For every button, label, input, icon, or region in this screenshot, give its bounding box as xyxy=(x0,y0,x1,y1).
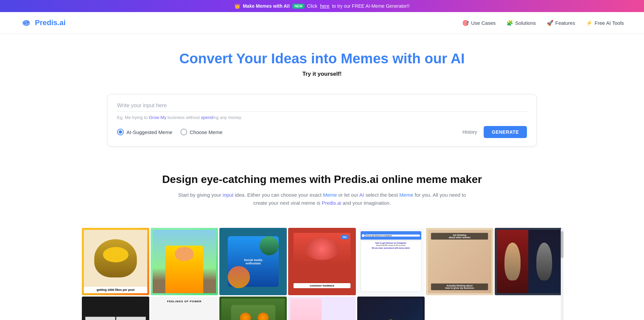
meme-item[interactable] xyxy=(219,297,287,320)
hint-highlight-3: spend xyxy=(201,115,213,120)
desc-highlight-input: input xyxy=(223,192,234,198)
meme-item[interactable]: how to get famous on instagram how to ge… xyxy=(357,228,425,295)
desc-highlight-predis: Predis.ai xyxy=(322,200,341,206)
input-right-actions: History GENERATE xyxy=(463,126,527,138)
scrollbar-track[interactable] xyxy=(561,228,564,320)
new-badge: NEW xyxy=(292,4,304,9)
meme-item[interactable]: bet thinkingabout other women Actually t… xyxy=(426,228,493,295)
history-link[interactable]: History xyxy=(463,129,477,135)
banner-emoji: 👑 xyxy=(234,3,240,9)
banner-cta-link[interactable]: here xyxy=(320,3,329,9)
radio-ai-suggested-label: AI-Suggested Meme xyxy=(126,129,172,135)
hint-highlight-1: Grow xyxy=(149,115,159,120)
meme-item[interactable]: getting 1000 likes per post xyxy=(82,228,149,295)
desc-highlight-ai: AI xyxy=(359,192,364,198)
nav-features[interactable]: 🚀 Features xyxy=(547,20,575,26)
meme-item[interactable]: 🤓 IS THIS INSTAGRAMMARKETING? BUSINESS xyxy=(357,297,425,320)
nav-solutions[interactable]: 🧩 Solutions xyxy=(506,20,536,26)
meme-item[interactable] xyxy=(151,228,218,295)
use-cases-icon: 🎯 xyxy=(462,20,469,26)
nav-features-label: Features xyxy=(555,20,575,26)
logo-icon xyxy=(20,17,32,29)
desc-highlight-meme2: Meme xyxy=(399,192,414,198)
solutions-icon: 🧩 xyxy=(506,20,513,26)
hero-section: Convert Your Ideas into Memes with our A… xyxy=(0,34,644,87)
meme-item[interactable]: Me customer feedback xyxy=(288,228,356,295)
nav-use-cases[interactable]: 🎯 Use Cases xyxy=(462,20,495,26)
banner-cta-post: to try our FREE AI-Meme Generator!! xyxy=(332,3,410,9)
section-desc: Start by giving your input idea. Either … xyxy=(171,191,473,207)
input-hint: Eg. Me trying to Grow My business withou… xyxy=(117,115,527,120)
banner-cta-pre: Click xyxy=(307,3,317,9)
hero-title: Convert Your Ideas into Memes with our A… xyxy=(7,51,637,67)
nav-links: 🎯 Use Cases 🧩 Solutions 🚀 Features ⚡ Fre… xyxy=(462,20,624,26)
hint-highlight-2: My xyxy=(160,115,166,120)
nav-solutions-label: Solutions xyxy=(515,20,536,26)
nav-free-ai-tools-label: Free AI Tools xyxy=(595,20,624,26)
desc-highlight-meme: Meme xyxy=(323,192,337,198)
nav-free-ai-tools[interactable]: ⚡ Free AI Tools xyxy=(586,20,624,26)
hero-subtitle: Try it yourself! xyxy=(7,71,637,77)
top-banner: 👑 Make Memes with AI! NEW Click here to … xyxy=(0,0,644,12)
banner-main-text: Make Memes with AI! xyxy=(243,3,290,9)
meme-text-input[interactable] xyxy=(117,103,527,112)
svg-point-1 xyxy=(24,22,26,24)
radio-choose-meme-label: Choose Meme xyxy=(190,129,223,135)
meme-item[interactable]: Marketingteam Cat video Viral marketing xyxy=(288,297,356,320)
generate-button[interactable]: GENERATE xyxy=(484,126,527,138)
meme-gallery-section: Design eye-catching memes with Predis.ai… xyxy=(80,153,564,228)
radio-choose-meme[interactable]: Choose Meme xyxy=(180,129,223,135)
svg-point-2 xyxy=(26,21,28,23)
scrollbar-thumb[interactable] xyxy=(561,231,564,258)
input-bottom-row: AI-Suggested Meme Choose Meme History GE… xyxy=(117,126,527,138)
section-title: Design eye-catching memes with Predis.ai… xyxy=(94,173,550,186)
meme-item[interactable]: 10K FOLLOWERS OF THEM ARE INACTIVE OR FA… xyxy=(82,297,149,320)
meme-item[interactable] xyxy=(495,228,562,295)
meme-type-radio-group: AI-Suggested Meme Choose Meme xyxy=(117,129,222,135)
meme-grid: getting 1000 likes per post Social media… xyxy=(82,228,562,320)
radio-choose-meme-indicator xyxy=(180,129,187,135)
nav-use-cases-label: Use Cases xyxy=(471,20,495,26)
radio-ai-suggested-indicator xyxy=(117,129,124,135)
meme-item[interactable]: Social mediaenthusiast xyxy=(219,228,287,295)
navbar: Predis.ai 🎯 Use Cases 🧩 Solutions 🚀 Feat… xyxy=(0,12,644,34)
logo[interactable]: Predis.ai xyxy=(20,17,66,29)
free-ai-tools-icon: ⚡ xyxy=(586,20,593,26)
input-card: Eg. Me trying to Grow My business withou… xyxy=(107,94,537,146)
radio-ai-suggested[interactable]: AI-Suggested Meme xyxy=(117,129,172,135)
logo-text: Predis.ai xyxy=(35,18,66,27)
meme-item[interactable]: FEELINGS OF POWER MONEY STATUS xyxy=(151,297,218,320)
features-icon: 🚀 xyxy=(547,20,553,26)
